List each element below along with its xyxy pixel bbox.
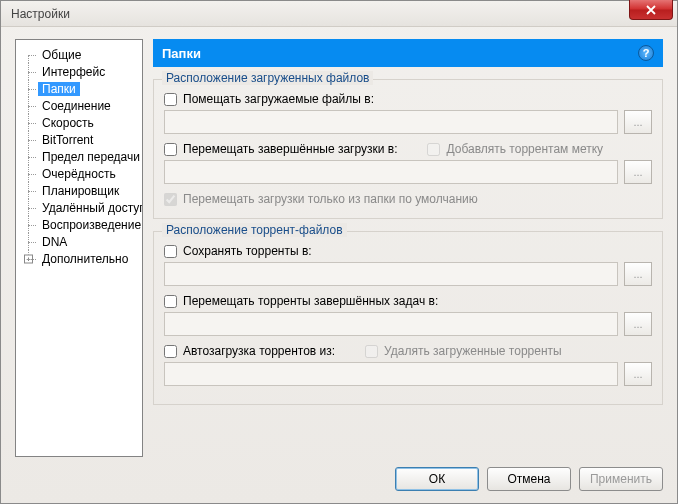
pane-header: Папки ?: [153, 39, 663, 67]
autoload-path[interactable]: [164, 362, 618, 386]
settings-pane: Папки ? Расположение загруженных файлов …: [153, 39, 663, 457]
browse-button[interactable]: ...: [624, 110, 652, 134]
group-downloaded-location: Расположение загруженных файлов Помещать…: [153, 79, 663, 219]
move-finished-path[interactable]: [164, 312, 618, 336]
tree-item-transfercap[interactable]: Предел передачи: [18, 148, 140, 165]
checkbox-input: [427, 143, 440, 156]
put-downloads-path[interactable]: [164, 110, 618, 134]
tree-item-playback[interactable]: Воспроизведение: [18, 216, 140, 233]
tree-item-folders[interactable]: Папки: [18, 80, 140, 97]
settings-window: Настройки Общие Интерфейс Папки Соединен…: [0, 0, 678, 504]
tree-item-bittorrent[interactable]: BitTorrent: [18, 131, 140, 148]
checkbox-input: [365, 345, 378, 358]
group-torrent-location: Расположение торрент-файлов Сохранять то…: [153, 231, 663, 405]
help-button[interactable]: ?: [638, 45, 654, 61]
apply-button[interactable]: Применить: [579, 467, 663, 491]
group-title: Расположение торрент-файлов: [162, 223, 347, 237]
browse-button[interactable]: ...: [624, 362, 652, 386]
checkbox-input[interactable]: [164, 245, 177, 258]
expand-icon[interactable]: +: [24, 254, 33, 263]
cancel-button[interactable]: Отмена: [487, 467, 571, 491]
browse-button[interactable]: ...: [624, 312, 652, 336]
checkbox-save-torrents[interactable]: Сохранять торренты в:: [164, 244, 312, 258]
tree-item-speed[interactable]: Скорость: [18, 114, 140, 131]
checkbox-input[interactable]: [164, 93, 177, 106]
tree-item-scheduler[interactable]: Планировщик: [18, 182, 140, 199]
dialog-footer: ОК Отмена Применить: [1, 457, 677, 503]
checkbox-only-default: Перемещать загрузки только из папки по у…: [164, 192, 478, 206]
browse-button[interactable]: ...: [624, 160, 652, 184]
browse-button[interactable]: ...: [624, 262, 652, 286]
tree-item-advanced[interactable]: +Дополнительно: [18, 250, 140, 267]
pane-title: Папки: [162, 46, 201, 61]
checkbox-input[interactable]: [164, 345, 177, 358]
content-area: Общие Интерфейс Папки Соединение Скорост…: [1, 27, 677, 457]
tree-item-queueing[interactable]: Очерёдность: [18, 165, 140, 182]
titlebar: Настройки: [1, 1, 677, 27]
tree-item-interface[interactable]: Интерфейс: [18, 63, 140, 80]
category-tree[interactable]: Общие Интерфейс Папки Соединение Скорост…: [15, 39, 143, 457]
checkbox-delete-loaded: Удалять загруженные торренты: [365, 344, 562, 358]
window-title: Настройки: [11, 7, 70, 21]
save-torrents-path[interactable]: [164, 262, 618, 286]
close-icon: [645, 5, 657, 15]
move-completed-path[interactable]: [164, 160, 618, 184]
tree-item-dna[interactable]: DNA: [18, 233, 140, 250]
checkbox-input[interactable]: [164, 143, 177, 156]
tree-item-connection[interactable]: Соединение: [18, 97, 140, 114]
ok-button[interactable]: ОК: [395, 467, 479, 491]
tree-item-general[interactable]: Общие: [18, 46, 140, 63]
checkbox-move-finished-torrents[interactable]: Перемещать торренты завершённых задач в:: [164, 294, 438, 308]
checkbox-add-label: Добавлять торрентам метку: [427, 142, 603, 156]
tree-item-remote[interactable]: Удалённый доступ: [18, 199, 140, 216]
checkbox-input[interactable]: [164, 295, 177, 308]
close-button[interactable]: [629, 0, 673, 20]
group-title: Расположение загруженных файлов: [162, 71, 373, 85]
checkbox-move-completed[interactable]: Перемещать завершённые загрузки в:: [164, 142, 397, 156]
checkbox-autoload-torrents[interactable]: Автозагрузка торрентов из:: [164, 344, 335, 358]
checkbox-input: [164, 193, 177, 206]
checkbox-put-downloads[interactable]: Помещать загружаемые файлы в:: [164, 92, 374, 106]
